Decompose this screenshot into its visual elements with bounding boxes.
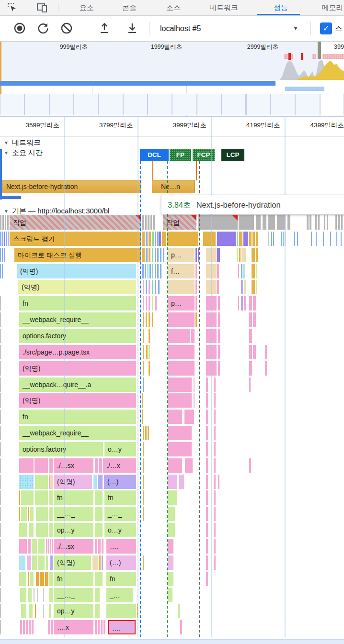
flame-event[interactable] [152, 280, 153, 294]
flame-event[interactable] [214, 539, 216, 554]
flame-event[interactable] [268, 232, 269, 246]
flame-event[interactable] [243, 232, 248, 246]
flame-event[interactable] [28, 507, 29, 521]
flame-event[interactable] [218, 345, 220, 359]
flame-event[interactable] [46, 539, 47, 554]
flame-event[interactable] [43, 604, 44, 618]
flame-event-bar[interactable]: 작업 [163, 215, 196, 230]
flame-event[interactable] [184, 410, 194, 424]
flame-event[interactable] [214, 475, 216, 489]
flame-event-bar[interactable]: __…_ [54, 507, 93, 521]
flame-event[interactable] [35, 475, 48, 489]
flame-event[interactable] [19, 555, 25, 570]
flame-event[interactable] [19, 523, 27, 537]
flame-event[interactable] [0, 264, 1, 278]
flame-event-bar[interactable]: ./…x [103, 458, 136, 473]
flame-event[interactable] [214, 523, 216, 537]
upload-profile-icon[interactable] [99, 22, 110, 34]
flame-event[interactable] [168, 555, 173, 570]
flame-event[interactable] [2, 232, 3, 246]
flame-event[interactable] [198, 215, 238, 230]
flame-event[interactable] [28, 588, 32, 602]
flame-event[interactable] [249, 361, 252, 376]
flame-event[interactable] [330, 232, 331, 246]
flame-event[interactable] [152, 264, 153, 278]
tab-1[interactable]: 요소 [80, 0, 94, 15]
user-timing-bar[interactable]: Next.js-before-hydration [2, 180, 141, 193]
flame-event[interactable] [95, 458, 98, 473]
flame-event[interactable] [36, 507, 48, 521]
flame-event[interactable] [0, 620, 1, 634]
flame-event[interactable] [159, 232, 161, 246]
flame-event[interactable] [102, 555, 103, 570]
flame-event[interactable] [23, 620, 25, 634]
flame-event[interactable] [249, 378, 251, 392]
flame-event-bar[interactable]: o…y [104, 523, 136, 537]
flame-event[interactable] [146, 280, 147, 294]
flame-event[interactable] [21, 490, 34, 505]
flame-event[interactable] [168, 361, 195, 376]
flame-event[interactable] [241, 296, 243, 311]
flame-event[interactable] [238, 296, 239, 311]
flame-event[interactable] [206, 572, 208, 586]
flame-event[interactable] [19, 490, 20, 505]
flame-event[interactable] [218, 475, 219, 489]
flame-event[interactable] [43, 588, 44, 602]
flame-event[interactable] [241, 248, 246, 262]
flame-event[interactable] [327, 215, 328, 230]
flame-event[interactable] [252, 232, 255, 246]
flame-event[interactable] [168, 378, 192, 392]
flame-event[interactable] [143, 296, 144, 311]
flame-event-bar[interactable]: p… [168, 248, 195, 262]
flame-event[interactable] [168, 490, 177, 505]
flame-event[interactable] [19, 475, 34, 489]
flame-event[interactable] [281, 232, 282, 246]
flame-event[interactable] [52, 539, 53, 554]
flame-event[interactable] [256, 215, 261, 230]
reload-icon[interactable] [37, 22, 49, 34]
tab-4[interactable]: 네트워크 [209, 0, 238, 15]
user-timing-bar[interactable]: Ne…n [152, 180, 195, 193]
flame-event[interactable] [98, 475, 103, 489]
frame-box[interactable] [148, 94, 172, 115]
frame-box[interactable] [271, 94, 295, 115]
flame-event[interactable] [218, 296, 220, 311]
flame-event[interactable] [95, 539, 97, 554]
flame-event[interactable] [142, 215, 144, 230]
flame-event[interactable] [168, 280, 195, 294]
flame-event[interactable] [0, 588, 1, 602]
flame-event[interactable] [0, 410, 1, 424]
flame-event[interactable] [149, 264, 151, 278]
flame-event[interactable] [148, 215, 149, 230]
flame-event-bar[interactable]: __…_ [54, 588, 93, 602]
flame-event-bar[interactable]: fn [54, 490, 93, 505]
flame-event[interactable] [0, 232, 1, 246]
flame-event-bar[interactable]: ./src/page…p.page.tsx [19, 345, 136, 359]
flame-event[interactable] [0, 296, 1, 311]
flame-event[interactable] [34, 458, 48, 473]
flame-event[interactable] [0, 555, 1, 570]
profile-select[interactable]: localhost #5 [160, 16, 201, 41]
flame-event[interactable] [95, 490, 103, 505]
frame-box[interactable] [74, 94, 98, 115]
flame-event[interactable] [142, 232, 145, 246]
flame-event[interactable] [152, 248, 153, 262]
flame-event[interactable] [191, 329, 195, 343]
flame-event-bar[interactable]: 스크립트 평가 [10, 232, 141, 246]
flame-event[interactable] [51, 620, 53, 634]
flame-event[interactable] [157, 264, 159, 278]
flame-event[interactable] [26, 620, 28, 634]
flame-event-bar[interactable]: (익명) [19, 361, 136, 376]
frame-box[interactable] [246, 94, 271, 115]
flame-event[interactable] [168, 458, 182, 473]
flame-event[interactable] [157, 232, 159, 246]
flame-event-bar[interactable]: 마이크로 태스크 실행 [14, 248, 141, 262]
flame-event[interactable] [143, 361, 144, 376]
flame-event[interactable] [149, 329, 150, 343]
flame-event[interactable] [142, 248, 145, 262]
flame-event[interactable] [37, 588, 38, 602]
flame-event[interactable] [256, 280, 257, 294]
flame-event[interactable] [252, 248, 255, 262]
flame-event[interactable] [155, 232, 156, 246]
flame-event[interactable] [265, 345, 267, 359]
